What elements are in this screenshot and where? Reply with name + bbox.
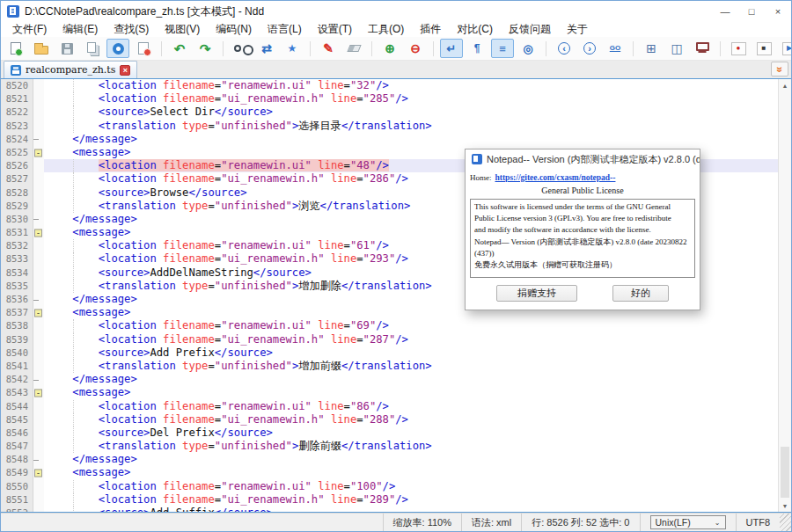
- fold-margin[interactable]: -: [33, 386, 44, 399]
- resize-grip[interactable]: [780, 514, 791, 531]
- zoom-in-icon[interactable]: ⊕: [378, 39, 401, 58]
- line-number[interactable]: 8535: [1, 280, 33, 293]
- code-line[interactable]: 8549- <message>: [1, 466, 778, 479]
- line-number[interactable]: 8542: [1, 373, 33, 386]
- code-text[interactable]: <translation type="unfinished">选择目录</tra…: [44, 120, 778, 133]
- menu-file[interactable]: 文件(F): [4, 22, 55, 37]
- code-line[interactable]: 8540 <source>Add Prefix</source>: [1, 346, 778, 360]
- nav-forward-icon[interactable]: ›: [578, 39, 601, 58]
- new-file-icon[interactable]: [4, 39, 27, 58]
- code-line[interactable]: 8543- <message>: [1, 386, 778, 399]
- vertical-split-icon[interactable]: ◫: [665, 39, 688, 58]
- code-line[interactable]: 8548 </message>: [1, 453, 778, 466]
- close-button[interactable]: ×: [765, 1, 791, 22]
- line-number[interactable]: 8546: [1, 426, 33, 440]
- maximize-button[interactable]: □: [738, 1, 765, 22]
- fold-collapse-icon[interactable]: -: [34, 309, 42, 317]
- menu-search[interactable]: 查找(S): [106, 22, 157, 37]
- line-number[interactable]: 8541: [1, 360, 33, 373]
- line-number[interactable]: 8524: [1, 133, 33, 146]
- split-window-icon[interactable]: ⊞: [640, 39, 663, 58]
- line-number[interactable]: 8549: [1, 466, 33, 479]
- line-number[interactable]: 8528: [1, 186, 33, 200]
- line-number[interactable]: 8533: [1, 252, 33, 266]
- menu-settings[interactable]: 设置(T): [310, 22, 360, 37]
- code-text[interactable]: <location filename="renamewin.ui" line="…: [44, 79, 778, 92]
- code-line[interactable]: 8521 <location filename="ui_renamewin.h"…: [1, 92, 778, 106]
- code-text[interactable]: <source>Del Prefix</source>: [44, 426, 778, 440]
- code-text[interactable]: <translation type="unfinished">增加前缀</tra…: [44, 360, 778, 373]
- dialog-title-bar[interactable]: Notepad-- Version (内部测试非稳定版本) v2.8.0 (da…: [466, 149, 700, 169]
- eol-dropdown[interactable]: Unix(LF) ⌄: [650, 515, 726, 529]
- fold-margin[interactable]: -: [33, 226, 44, 239]
- line-number[interactable]: 8529: [1, 200, 33, 213]
- code-text[interactable]: <translation type="unfinished">删除前缀</tra…: [44, 440, 778, 453]
- code-text[interactable]: <location filename="ui_renamewin.h" line…: [44, 333, 778, 346]
- code-text[interactable]: <location filename="renamewin.ui" line="…: [44, 480, 778, 493]
- code-line[interactable]: 8546 <source>Del Prefix</source>: [1, 426, 778, 440]
- line-number[interactable]: 8532: [1, 239, 33, 252]
- fold-margin[interactable]: -: [33, 466, 44, 479]
- nav-back-icon[interactable]: ‹: [553, 39, 576, 58]
- code-text[interactable]: <source>Add Suffix</source>: [44, 506, 778, 512]
- line-number[interactable]: 8526: [1, 159, 33, 172]
- tab-realcompare[interactable]: realcompare_zh.ts ×: [4, 61, 137, 78]
- save-file-icon[interactable]: [55, 39, 78, 58]
- code-line[interactable]: 8544 <location filename="renamewin.ui" l…: [1, 400, 778, 413]
- line-number[interactable]: 8551: [1, 493, 33, 506]
- menu-plugins[interactable]: 插件: [412, 22, 449, 37]
- indent-guide-icon[interactable]: ≡: [491, 39, 514, 58]
- line-number[interactable]: 8525: [1, 146, 33, 159]
- show-symbols-icon[interactable]: ¶: [466, 39, 488, 58]
- line-number[interactable]: 8536: [1, 293, 33, 306]
- menu-language[interactable]: 语言(L): [260, 22, 310, 37]
- menu-tools[interactable]: 工具(O): [360, 22, 412, 37]
- code-line[interactable]: 8550 <location filename="renamewin.ui" l…: [1, 480, 778, 493]
- code-line[interactable]: 8541 <translation type="unfinished">增加前缀…: [1, 360, 778, 373]
- menu-compare[interactable]: 对比(C): [449, 22, 501, 37]
- fold-margin[interactable]: -: [33, 146, 44, 159]
- line-number[interactable]: 8530: [1, 213, 33, 226]
- find-icon[interactable]: [230, 39, 253, 58]
- pen-icon[interactable]: ✎: [317, 39, 340, 58]
- code-line[interactable]: 8522 <source>Select Dir</source>: [1, 106, 778, 119]
- word-wrap-icon[interactable]: ↵: [440, 39, 463, 58]
- minimize-button[interactable]: —: [712, 1, 738, 22]
- line-number[interactable]: 8540: [1, 346, 33, 360]
- undo-icon[interactable]: ↶: [168, 39, 191, 58]
- menu-edit[interactable]: 编辑(E): [55, 22, 106, 37]
- line-number[interactable]: 8552: [1, 506, 33, 512]
- donate-button[interactable]: 捐赠支持: [496, 285, 577, 302]
- code-line[interactable]: 8552 <source>Add Suffix</source>: [1, 506, 778, 512]
- line-number[interactable]: 8547: [1, 440, 33, 453]
- line-number[interactable]: 8531: [1, 226, 33, 239]
- goto-line-icon[interactable]: GO: [604, 39, 627, 58]
- fold-collapse-icon[interactable]: -: [34, 470, 42, 477]
- save-all-icon[interactable]: [81, 39, 104, 58]
- code-text[interactable]: </message>: [44, 453, 778, 466]
- code-line[interactable]: 8547 <translation type="unfinished">删除前缀…: [1, 440, 778, 453]
- record-macro-icon[interactable]: ●: [727, 39, 750, 58]
- line-number[interactable]: 8522: [1, 106, 33, 119]
- monitor-icon[interactable]: [691, 39, 714, 58]
- fold-collapse-icon[interactable]: -: [34, 389, 42, 397]
- code-line[interactable]: 8524 </message>: [1, 133, 778, 146]
- line-number[interactable]: 8539: [1, 333, 33, 346]
- ok-button[interactable]: 好的: [612, 285, 669, 302]
- tab-close-icon[interactable]: ×: [120, 65, 130, 76]
- play-macro-icon[interactable]: ▶: [778, 39, 792, 58]
- scroll-down-icon[interactable]: ▼: [779, 499, 791, 512]
- close-doc-icon[interactable]: [106, 39, 129, 58]
- locate-icon[interactable]: ◎: [517, 39, 539, 58]
- line-number[interactable]: 8523: [1, 120, 33, 133]
- code-text[interactable]: <location filename="ui_renamewin.h" line…: [44, 413, 778, 426]
- line-number[interactable]: 8543: [1, 386, 33, 399]
- vertical-scrollbar[interactable]: ▲ ▼: [778, 79, 791, 512]
- code-text[interactable]: <location filename="renamewin.ui" line="…: [44, 319, 778, 332]
- line-number[interactable]: 8548: [1, 453, 33, 466]
- code-text[interactable]: </message>: [44, 373, 778, 386]
- code-text[interactable]: <location filename="ui_renamewin.h" line…: [44, 92, 778, 106]
- fold-collapse-icon[interactable]: -: [34, 149, 42, 157]
- replace-icon[interactable]: ⇄: [255, 39, 278, 58]
- code-line[interactable]: 8545 <location filename="ui_renamewin.h"…: [1, 413, 778, 426]
